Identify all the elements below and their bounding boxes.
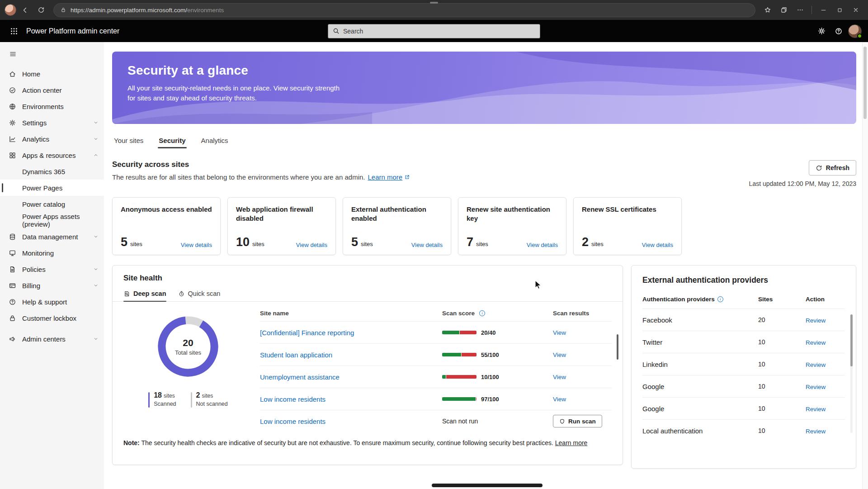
search-input[interactable] [343,28,535,35]
view-details-link[interactable]: View details [527,242,558,248]
table-scrollbar-thumb[interactable] [617,334,618,360]
metric-card-unit: sites [476,241,488,247]
header-scan-score: Scan score [442,310,553,317]
maximize-button[interactable] [832,2,847,18]
view-scan-link[interactable]: View [553,396,566,403]
reload-button[interactable] [33,2,49,18]
sidebar-item-data-management[interactable]: Data management [0,228,104,245]
view-scan-link[interactable]: View [553,374,566,380]
note-learn-more-link[interactable]: Learn more [555,439,588,446]
waffle-menu-button[interactable] [6,24,22,39]
site-name-link[interactable]: Low income residents [260,395,326,403]
scan-tab-label: Deep scan [133,290,166,297]
sidebar-item-policies[interactable]: Policies [0,261,104,277]
collections-button[interactable] [776,2,792,18]
page-scrollbar[interactable] [862,42,868,489]
quick-scan-icon [178,290,185,297]
sidebar-item-action-center[interactable]: Action center [0,82,104,98]
tab-quick-scan[interactable]: Quick scan [178,290,221,301]
auth-scrollbar[interactable] [850,314,853,433]
sidebar-item-admin-centers[interactable]: Admin centers [0,331,104,347]
page-scrollbar-thumb[interactable] [863,47,867,119]
help-button[interactable] [831,24,846,39]
url-path: environments [187,7,224,14]
tab-your-sites[interactable]: Your sites [113,135,144,148]
section-title: Security across sites [112,160,410,169]
sidebar-item-monitoring[interactable]: Monitoring [0,245,104,261]
site-info-lock-icon[interactable] [60,7,66,13]
gear-icon [817,27,826,35]
metric-card-value: 7 [467,235,473,249]
info-icon[interactable] [479,310,485,316]
sidebar-item-customer-lockbox[interactable]: Customer lockbox [0,310,104,326]
auth-provider-row: Linkedin10Review [642,353,845,375]
view-details-link[interactable]: View details [411,242,443,248]
site-health-table-header: Site name Scan score Scan results [260,308,612,321]
review-link[interactable]: Review [806,406,826,413]
site-name-link[interactable]: [Confidential] Finance reporting [260,329,354,337]
tab-security[interactable]: Security [158,135,186,148]
view-details-link[interactable]: View details [296,242,327,248]
sidebar-item-label: Billing [22,282,40,290]
global-search[interactable] [328,24,540,38]
view-details-link[interactable]: View details [181,242,212,248]
review-link[interactable]: Review [806,339,826,346]
sidebar-toggle-button[interactable] [5,46,21,62]
auth-scrollbar-thumb[interactable] [850,314,853,366]
site-health-row: [Confidential] Finance reporting20/40Vie… [260,321,612,343]
sidebar-item-billing[interactable]: Billing [0,277,104,294]
auth-providers-card: External authentication providers Authen… [631,265,856,469]
browser-menu-button[interactable] [793,2,808,18]
metric-card-value: 2 [582,235,589,249]
auth-provider-row: Twitter10Review [642,331,845,353]
horizontal-scrollbar-thumb[interactable] [432,484,542,487]
metric-card-value: 5 [351,235,358,249]
sidebar-item-apps-resources[interactable]: Apps & resources [0,147,104,163]
address-bar[interactable]: https://admin.powerplatform.microsoft.co… [53,3,755,17]
sidebar-item-help-support[interactable]: Help & support [0,294,104,310]
review-link[interactable]: Review [806,384,826,390]
metric-card-figure: 7sites [467,236,488,248]
legend-item-scanned: 18sitesScanned [148,391,176,408]
sidebar-item-label: Power Apps assets (preview) [22,213,99,228]
sidebar-item-dynamics-365[interactable]: Dynamics 365 [0,163,104,180]
sidebar-item-analytics[interactable]: Analytics [0,131,104,147]
sidebar-item-settings[interactable]: Settings [0,114,104,131]
metric-card-bottom: 10sitesView details [236,236,327,248]
tab-analytics[interactable]: Analytics [200,135,229,148]
sidebar-item-power-apps-assets-preview[interactable]: Power Apps assets (preview) [0,212,104,228]
favorites-button[interactable] [760,2,775,18]
legend-text: 2sitesNot scanned [196,391,228,408]
review-link[interactable]: Review [806,317,826,324]
sidebar-item-home[interactable]: Home [0,66,104,82]
back-button[interactable] [17,2,33,18]
account-avatar[interactable] [848,24,862,38]
sidebar-item-environments[interactable]: Environments [0,98,104,114]
provider-name: Twitter [642,338,758,346]
close-button[interactable] [848,2,863,18]
sidebar-item-power-pages[interactable]: Power Pages [0,180,104,196]
sidebar-item-power-catalog[interactable]: Power catalog [0,196,104,212]
provider-sites-count: 10 [758,338,806,346]
run-scan-button[interactable]: Run scan [553,415,602,427]
site-name-link[interactable]: Unemployment assistance [260,373,340,381]
analytics-icon [9,135,16,143]
settings-button[interactable] [814,24,829,39]
learn-more-link[interactable]: Learn more [368,173,410,181]
minimize-button[interactable] [816,2,831,18]
review-link[interactable]: Review [806,428,826,435]
browser-profile-avatar[interactable] [5,4,16,16]
review-link[interactable]: Review [806,361,826,368]
info-icon[interactable] [717,296,723,302]
tab-deep-scan[interactable]: Deep scan [123,290,166,301]
site-health-row: Unemployment assistance10/100View [260,366,612,388]
site-name-link[interactable]: Student loan application [260,351,332,359]
site-name-link[interactable]: Low income residents [260,418,326,425]
view-scan-link[interactable]: View [553,351,566,358]
last-updated-text: Last updated 12:00 PM, May 12, 2023 [749,180,856,187]
refresh-button[interactable]: Refresh [809,160,856,176]
view-details-link[interactable]: View details [642,242,673,248]
sidebar-item-label: Customer lockbox [22,314,76,322]
view-scan-link[interactable]: View [553,329,566,336]
scan-score-bar [442,375,476,379]
